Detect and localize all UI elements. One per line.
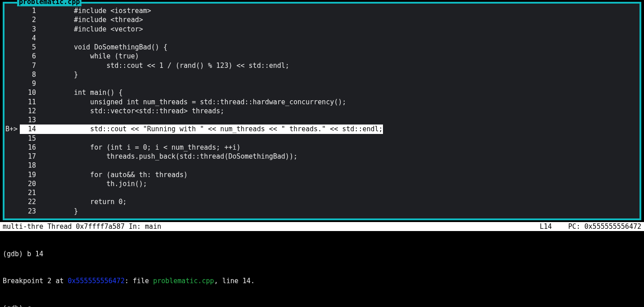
status-bar: multi-thre Thread 0x7ffff7a587 In: main … [0,222,644,231]
code-text: } [41,70,78,79]
source-line[interactable]: 13 [5,116,639,125]
source-line[interactable]: 17 threads.push_back(std::thread(DoSomet… [5,152,639,161]
code-text: std::vector<std::thread> threads; [41,107,224,116]
line-number: 22 [20,197,41,206]
gdb-prompt: (gdb) [3,250,27,258]
code-text: #include <thread> [41,15,143,24]
source-pane[interactable]: problematic.cpp 1 #include <iostream>2 #… [3,2,641,220]
source-line[interactable]: 1 #include <iostream> [5,6,639,15]
code-text: #include <iostream> [41,6,151,15]
status-right: L14 PC: 0x555555556472 [540,222,641,231]
line-number: 3 [20,25,41,34]
console-text: : file [125,277,153,285]
source-listing: 1 #include <iostream>2 #include <thread>… [5,4,639,218]
console-line: (gdb) b 14 [3,249,641,258]
line-number: 5 [20,43,41,52]
gdb-tui-screen: problematic.cpp 1 #include <iostream>2 #… [0,2,644,307]
breakpoint-marker: B+> [5,125,20,133]
code-text: unsigned int num_threads = std::thread::… [41,98,346,107]
console-cmd: c [27,304,31,307]
line-number: 18 [20,161,41,170]
line-number: 11 [20,98,41,107]
code-text: } [41,207,78,216]
line-number: 8 [20,70,41,79]
console-text: Breakpoint 2 at [3,277,68,285]
code-text: threads.push_back(std::thread(DoSomethin… [41,152,297,161]
source-line[interactable]: 7 std::cout << 1 / (rand() % 123) << std… [5,61,639,70]
code-text: #include <vector> [41,25,143,34]
source-line[interactable]: 6 while (true) [5,52,639,61]
code-text: std::cout << 1 / (rand() % 123) << std::… [41,61,289,70]
source-line[interactable]: 12 std::vector<std::thread> threads; [5,107,639,116]
line-number: 16 [20,143,41,152]
line-number: 6 [20,52,41,61]
console-cmd: b 14 [27,250,43,258]
line-number: 2 [20,15,41,24]
source-line[interactable]: 3 #include <vector> [5,25,639,34]
source-line[interactable]: 21 [5,188,639,197]
line-number: 17 [20,152,41,161]
code-text: return 0; [41,197,127,206]
source-pane-title: problematic.cpp [17,0,81,6]
line-number: 21 [20,188,41,197]
source-line[interactable]: 19 for (auto&& th: threads) [5,170,639,179]
gdb-prompt: (gdb) [3,304,27,307]
code-text: std::cout << "Running with " << num_thre… [41,125,383,133]
status-left: multi-thre Thread 0x7ffff7a587 In: main [3,222,540,231]
console-text: , line 14. [214,277,255,285]
source-line[interactable]: 15 [5,134,639,143]
source-line[interactable]: 10 int main() { [5,88,639,97]
source-line[interactable]: B+>14 std::cout << "Running with " << nu… [5,125,639,133]
source-line[interactable]: 5 void DoSomethingBad() { [5,43,639,52]
line-number: 4 [20,34,41,43]
console-line: (gdb) c [3,304,641,307]
line-number: 1 [20,6,41,15]
address: 0x555555556472 [68,277,125,285]
source-line[interactable]: 20 th.join(); [5,179,639,188]
line-number: 12 [20,107,41,116]
line-number: 9 [20,79,41,88]
source-line[interactable]: 18 [5,161,639,170]
source-line[interactable]: 11 unsigned int num_threads = std::threa… [5,98,639,107]
code-text: th.join(); [41,179,147,188]
source-line[interactable]: 22 return 0; [5,197,639,206]
line-number: 10 [20,88,41,97]
filename: problematic.cpp [153,277,214,285]
gdb-console[interactable]: (gdb) b 14 Breakpoint 2 at 0x55555555647… [0,231,644,307]
status-pc: PC: 0x555555556472 [568,222,641,231]
line-number: 13 [20,116,41,125]
source-line[interactable]: 2 #include <thread> [5,15,639,24]
code-text: for (auto&& th: threads) [41,170,188,179]
source-line[interactable]: 8 } [5,70,639,79]
line-number: 19 [20,170,41,179]
code-text: int main() { [41,88,123,97]
console-line: Breakpoint 2 at 0x555555556472: file pro… [3,276,641,285]
line-number: 14 [20,125,41,133]
code-text: while (true) [41,52,139,61]
status-left-text: multi-thre Thread 0x7ffff7a587 In: [3,222,145,231]
line-number: 23 [20,207,41,216]
line-number: 20 [20,179,41,188]
line-number: 7 [20,61,41,70]
line-number: 15 [20,134,41,143]
source-line[interactable]: 4 [5,34,639,43]
source-line[interactable]: 23 } [5,207,639,216]
source-line[interactable]: 16 for (int i = 0; i < num_threads; ++i) [5,143,639,152]
code-text: void DoSomethingBad() { [41,43,167,52]
status-func: main [145,222,161,231]
source-line[interactable]: 9 [5,79,639,88]
status-line: L14 [540,222,552,231]
code-text: for (int i = 0; i < num_threads; ++i) [41,143,241,152]
